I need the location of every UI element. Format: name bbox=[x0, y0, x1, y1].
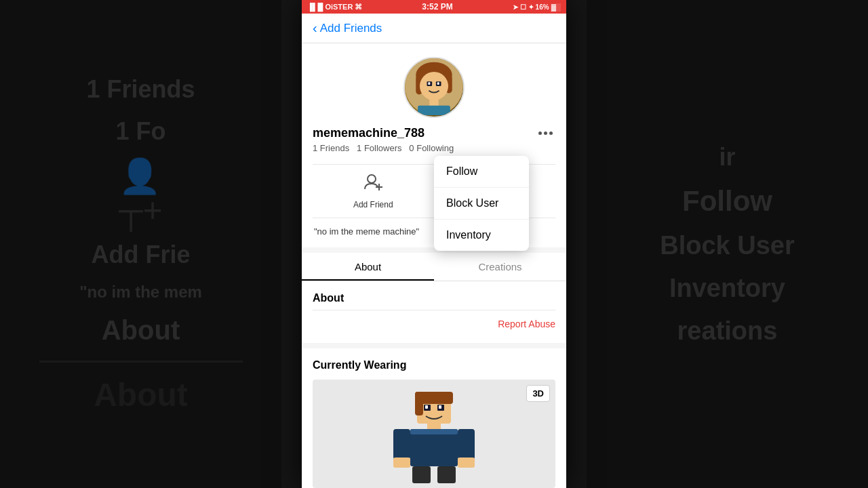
stats-row: 1 Friends 1 Followers 0 Following bbox=[313, 143, 555, 153]
following-count: 0 Following bbox=[409, 143, 454, 153]
tabs-container: About Creations bbox=[302, 253, 566, 281]
bg-right-2: Follow bbox=[682, 185, 772, 218]
bg-right-5: reations bbox=[677, 317, 778, 346]
svg-rect-22 bbox=[427, 422, 441, 429]
add-friend-label: Add Friend bbox=[353, 200, 393, 209]
bg-text-1: 1 Friends bbox=[86, 75, 195, 104]
more-button[interactable] bbox=[536, 129, 555, 138]
tab-creations[interactable]: Creations bbox=[434, 253, 566, 281]
svg-point-4 bbox=[420, 72, 448, 100]
profile-content: mememachine_788 1 Friends 1 Followers 0 … bbox=[302, 43, 566, 488]
battery-icon: ▓░ bbox=[551, 3, 561, 11]
status-right: ➤ ☐ ✦ 16% ▓░ bbox=[513, 3, 561, 11]
bg-right-4: Inventory bbox=[669, 274, 785, 303]
about-section: About Report Abuse bbox=[302, 281, 566, 343]
status-time: 3:52 PM bbox=[422, 2, 452, 12]
avatar-svg bbox=[405, 57, 463, 117]
svg-rect-21 bbox=[439, 405, 441, 409]
back-button[interactable]: ‹ Add Friends bbox=[313, 20, 382, 36]
svg-rect-8 bbox=[437, 82, 439, 85]
add-friend-icon bbox=[363, 173, 382, 196]
svg-rect-26 bbox=[458, 429, 475, 460]
svg-rect-30 bbox=[437, 466, 456, 483]
wearing-preview: 3D bbox=[313, 380, 555, 488]
bg-text-6: About bbox=[94, 376, 188, 413]
avatar-container bbox=[313, 57, 555, 118]
location-icon: ➤ bbox=[513, 3, 518, 11]
inventory-menu-item[interactable]: Inventory bbox=[434, 220, 529, 251]
bg-right-1: ir bbox=[719, 143, 735, 171]
phone-frame: ▐▌█ OiSTER ⌘ 3:52 PM ➤ ☐ ✦ 16% ▓░ ‹ Add … bbox=[302, 0, 566, 488]
bg-text-3: Add Frie bbox=[91, 241, 190, 269]
wifi-icon: ⌘ bbox=[355, 3, 362, 12]
dot-3 bbox=[549, 131, 553, 135]
bg-right-panel: ir Follow Block User Inventory reations bbox=[587, 0, 868, 488]
battery-percent: 16% bbox=[536, 3, 549, 11]
report-abuse-button[interactable]: Report Abuse bbox=[313, 316, 555, 332]
bluetooth-icon: ✦ bbox=[528, 3, 534, 11]
svg-rect-10 bbox=[418, 106, 450, 115]
btn-3d[interactable]: 3D bbox=[526, 385, 550, 402]
carrier-name: OiSTER bbox=[325, 3, 353, 11]
svg-rect-24 bbox=[410, 429, 458, 434]
block-user-menu-item[interactable]: Block User bbox=[434, 188, 529, 220]
nav-bar: ‹ Add Friends bbox=[302, 14, 566, 43]
followers-count: 1 Followers bbox=[357, 143, 401, 153]
signal-icon: ▐▌█ bbox=[307, 3, 323, 11]
wearing-section: Currently Wearing bbox=[302, 348, 566, 488]
chevron-left-icon: ‹ bbox=[313, 20, 317, 36]
svg-point-11 bbox=[368, 175, 376, 183]
svg-rect-29 bbox=[412, 466, 431, 483]
svg-rect-27 bbox=[393, 458, 410, 468]
dot-1 bbox=[538, 131, 542, 135]
username-row: mememachine_788 bbox=[313, 126, 555, 140]
status-left: ▐▌█ OiSTER ⌘ bbox=[307, 3, 362, 12]
character-preview-svg bbox=[366, 380, 502, 488]
avatar bbox=[403, 57, 465, 118]
bg-text-2: 1 Fo bbox=[115, 117, 165, 146]
friends-count: 1 Friends bbox=[313, 143, 349, 153]
svg-rect-20 bbox=[425, 405, 428, 409]
svg-rect-17 bbox=[415, 392, 423, 415]
bg-right-3: Block User bbox=[660, 231, 795, 260]
dropdown-menu: Follow Block User Inventory bbox=[434, 156, 529, 251]
status-bar: ▐▌█ OiSTER ⌘ 3:52 PM ➤ ☐ ✦ 16% ▓░ bbox=[302, 0, 566, 14]
about-divider bbox=[313, 310, 555, 310]
username: mememachine_788 bbox=[313, 126, 425, 140]
tab-about-label: About bbox=[355, 261, 381, 272]
svg-rect-25 bbox=[393, 429, 410, 460]
alarm-icon: ☐ bbox=[520, 3, 526, 11]
svg-rect-23 bbox=[410, 429, 458, 466]
bg-underline bbox=[39, 361, 243, 363]
tab-creations-label: Creations bbox=[478, 261, 521, 272]
add-friend-button[interactable]: Add Friend bbox=[313, 165, 435, 218]
about-title: About bbox=[313, 292, 555, 304]
svg-rect-7 bbox=[428, 82, 430, 85]
tab-about[interactable]: About bbox=[302, 253, 434, 281]
bg-left-panel: 1 Friends 1 Fo 👤┬+ Add Frie "no im the m… bbox=[0, 0, 281, 488]
bg-text-4: "no im the mem bbox=[79, 283, 202, 302]
svg-rect-28 bbox=[458, 458, 475, 468]
follow-menu-item[interactable]: Follow bbox=[434, 156, 529, 188]
dot-2 bbox=[544, 131, 547, 135]
bg-text-5: About bbox=[102, 315, 180, 346]
wearing-title: Currently Wearing bbox=[313, 359, 555, 371]
add-friend-bg-icon: 👤┬+ bbox=[119, 159, 163, 227]
nav-back-label[interactable]: Add Friends bbox=[320, 22, 382, 35]
